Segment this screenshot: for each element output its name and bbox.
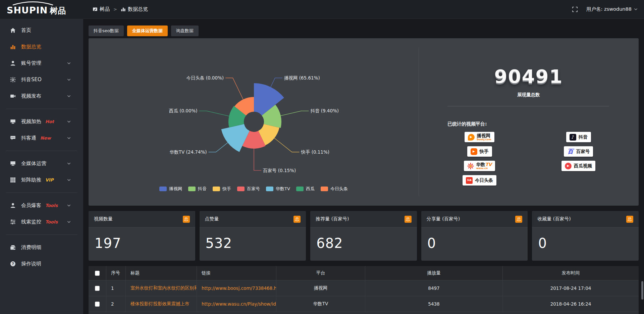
total-impressions-label: 展现量总数 (419, 92, 639, 98)
platform-subtext: wasu.cn (476, 167, 492, 170)
cell-platform: 华数TV (276, 296, 365, 312)
col-header-link: 链接 (197, 266, 276, 280)
legend-item-kuaishou[interactable]: 快手 (213, 186, 231, 192)
legend-item-baijiahao[interactable]: 百家号 (237, 186, 260, 192)
chevron-down-icon (67, 61, 71, 65)
breadcrumb-item-shupin[interactable]: 树品 (93, 6, 110, 12)
video-title-link[interactable]: 楼体投影灯投影效果震撼上市 (126, 296, 197, 312)
row-checkbox[interactable] (95, 302, 100, 307)
sidebar-item-douketong[interactable]: 抖客通New (0, 130, 83, 146)
sidebar-item-douyin-seo[interactable]: 抖音SEO (0, 71, 83, 88)
legend-swatch (296, 187, 304, 191)
breadcrumb: 树品>数据总览 (93, 6, 148, 12)
sidebar-item-account-manage[interactable]: 账号管理 (0, 55, 83, 71)
legend-swatch (266, 187, 273, 191)
monitor-icon (10, 161, 16, 166)
sidebar-item-expense-detail[interactable]: 消费明细 (0, 239, 83, 256)
xigua-logo-icon: ▶ (565, 163, 572, 169)
breadcrumb-label: 数据总览 (128, 6, 148, 12)
svg-text:?: ? (12, 262, 14, 266)
row-checkbox[interactable] (95, 286, 100, 291)
stat-card-title: 分享量 (百家号) (427, 216, 460, 222)
sidebar-item-video-heat[interactable]: 视频加热Hot (0, 113, 83, 130)
video-link[interactable]: http://www.wasu.cn/Play/show/id/952... (197, 296, 276, 312)
legend-item-douyin[interactable]: 抖音 (188, 186, 207, 192)
pie-label: 播视网 (65.61%) (284, 75, 320, 81)
legend-label: 西瓜 (306, 186, 315, 192)
stat-card-video-count: 视频数量总197 (89, 211, 195, 261)
row-checkbox[interactable] (95, 271, 100, 276)
col-header-index: 序号 (106, 266, 126, 280)
legend-item-xigua[interactable]: 西瓜 (296, 186, 315, 192)
fullscreen-icon[interactable] (572, 7, 578, 12)
legend-swatch (237, 187, 245, 191)
col-header-plays: 播放量 (365, 266, 503, 280)
logo-arc (11, 1, 54, 5)
stat-card-title: 视频数量 (94, 216, 113, 222)
cell-publish_time: 2017-08-24 17:04 (503, 280, 639, 296)
cell-index: 2 (106, 296, 126, 312)
stat-card-recommend-count: 推荐量 (百家号)总682 (310, 211, 417, 261)
chevron-down-icon (67, 136, 71, 140)
total-badge: 总 (626, 216, 633, 223)
sidebar-item-data-overview[interactable]: 数据总览 (0, 39, 83, 55)
sidebar-item-media-operation[interactable]: 全媒体运营 (0, 155, 83, 172)
tab-douyin-seo-data[interactable]: 抖音seo数据 (89, 25, 124, 36)
scrollbar-thumb[interactable] (641, 281, 643, 300)
video-link[interactable]: http://www.boosj.com/7338468.html (197, 280, 276, 296)
pie-slice-wasu[interactable] (221, 124, 250, 152)
username-dropdown[interactable]: 用户名: zswodun88 (586, 6, 638, 12)
sidebar-item-video-publish[interactable]: 视频发布 (0, 88, 83, 104)
pie-label-line (274, 138, 299, 152)
sidebar-item-home[interactable]: 首页 (0, 22, 83, 39)
video-title-link[interactable]: 室外水纹灯和室内水纹灯的区别和简介 (126, 280, 197, 296)
chevron-down-icon (67, 178, 71, 182)
chart-small-icon (121, 7, 126, 12)
cell-index: 1 (106, 280, 126, 296)
sidebar-item-member-baoke[interactable]: 会员爆客Tools (0, 197, 83, 214)
tab-inquiry-data[interactable]: 询盘数据 (171, 25, 199, 36)
wasu-logo-icon (467, 163, 474, 169)
sidebar-item-operation-guide[interactable]: ?操作说明 (0, 256, 83, 272)
app-logo[interactable]: SHUPIN树品 (0, 0, 83, 19)
tab-media-operation-data[interactable]: 全媒体运营数据 (127, 25, 168, 36)
legend-item-boosj[interactable]: 播视网 (159, 186, 182, 192)
table-row: 1室外水纹灯和室内水纹灯的区别和简介http://www.boosj.com/7… (89, 280, 639, 296)
pie-label-line (209, 143, 228, 152)
chevron-down-icon (67, 94, 71, 98)
total-impressions-value: 90491 (419, 67, 639, 86)
videos-table: 序号标题链接平台播放量发布时间1室外水纹灯和室内水纹灯的区别和简介http://… (89, 266, 639, 314)
sidebar-item-clue-monitor[interactable]: 线索监控Tools (0, 214, 83, 230)
grid-icon (10, 177, 16, 183)
platform-badge-xigua: ▶西瓜视频 (561, 161, 595, 171)
douyin-logo-icon: ♪ (570, 134, 576, 141)
stat-card-title: 收藏量 (百家号) (537, 216, 571, 222)
platform-name: 今日头条 (475, 178, 493, 182)
chevron-down-icon (67, 161, 71, 166)
sidebar-divider (6, 234, 77, 235)
table-header-row: 序号标题链接平台播放量发布时间 (89, 266, 639, 280)
sidebar-item-matrix-boost[interactable]: 矩阵助推VIP (0, 172, 83, 188)
sidebar-item-tag: Tools (45, 219, 58, 224)
stat-card-value: 0 (421, 227, 528, 251)
pie-label-line (225, 78, 243, 99)
platform-badge-toutiao: 头条今日头条 (463, 175, 496, 186)
legend-item-wasu[interactable]: 华数TV (266, 186, 290, 192)
stat-card-value: 197 (89, 227, 195, 251)
breadcrumb-item-data-overview[interactable]: 数据总览 (121, 6, 148, 12)
platform-name: 华数TV (476, 162, 492, 167)
summary-panel: 90491 展现量总数 已统计的视频平台: ▶播视网boosj.com▶快手华数… (419, 38, 639, 206)
legend-item-toutiao[interactable]: 今日头条 (321, 186, 348, 192)
member-icon (10, 203, 16, 208)
legend-label: 百家号 (247, 186, 260, 192)
platform-badge-douyin: ♪抖音 (566, 132, 591, 142)
screen-icon (10, 119, 16, 124)
platform-badge-boosj: ▶播视网boosj.com (465, 132, 495, 142)
sidebar-item-label: 视频加热 (21, 118, 41, 125)
sidebar-divider (6, 193, 77, 193)
stat-card-like-count: 点赞量总532 (200, 211, 306, 261)
chat-icon (10, 135, 16, 141)
sidebar-item-tag: Tools (45, 203, 58, 208)
chevron-down-icon (67, 77, 71, 82)
col-header-select (89, 266, 106, 280)
